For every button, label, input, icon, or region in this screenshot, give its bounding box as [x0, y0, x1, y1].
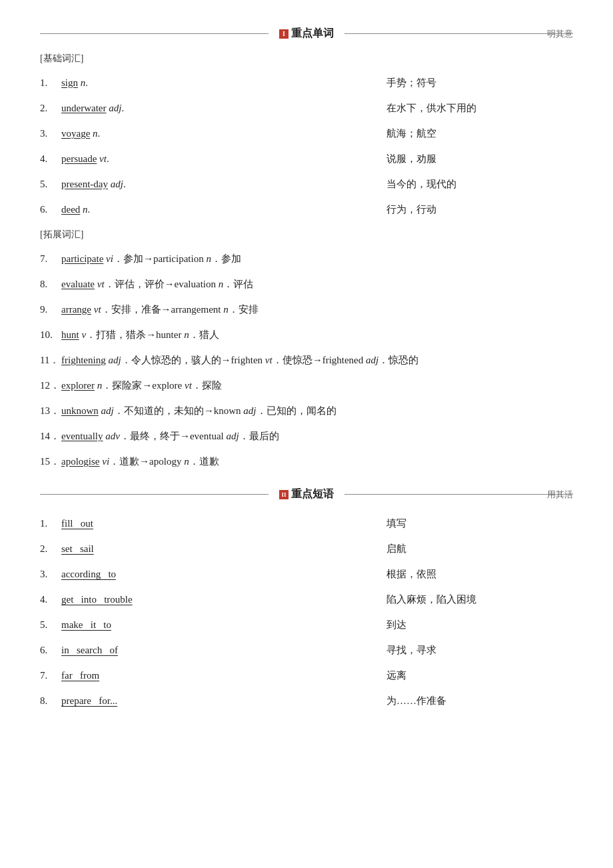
vocab-item-persuade: 4. persuade vt. 说服，劝服: [40, 146, 573, 171]
word-persuade: persuade: [61, 153, 97, 164]
phrase-line-left: [40, 494, 269, 495]
word-unknown: unknown: [61, 405, 99, 416]
word-arrange: arrange: [61, 304, 91, 315]
word-hunt: hunt: [61, 329, 79, 340]
word-deed: deed: [61, 204, 80, 215]
phrase-icon: II: [279, 490, 289, 499]
word-voyage: voyage: [61, 128, 90, 139]
word-explorer: explorer: [61, 380, 95, 391]
word-present-day: present-day: [61, 179, 108, 189]
phrase-item-set-sail: 2. set sail 启航: [40, 536, 573, 561]
phrase-item-according-to: 3. according to 根据，依照: [40, 561, 573, 587]
phrase-item-get-into-trouble: 4. get into trouble 陷入麻烦，陷入困境: [40, 587, 573, 612]
vocab-item-apologise: 15． apologise vi．道歉→apology n．道歉: [40, 449, 573, 474]
phrase-prepare-for: prepare for...: [61, 695, 117, 706]
phrase-item-in-search-of: 6. in search of 寻找，寻求: [40, 637, 573, 663]
vocab-item-arrange: 9. arrange vt．安排，准备→arrangement n．安排: [40, 297, 573, 322]
vocab-item-participate: 7. participate vi．参加→participation n．参加: [40, 246, 573, 271]
word-sign: sign: [61, 77, 78, 88]
word-eventually: eventually: [61, 431, 103, 441]
word-underwater: underwater: [61, 103, 106, 113]
title-line-left: [40, 33, 269, 34]
word-evaluate: evaluate: [61, 279, 95, 289]
vocab-title: I重点单词: [269, 27, 344, 41]
vocab-item-hunt: 10. hunt v．打猎，猎杀→hunter n．猎人: [40, 322, 573, 347]
word-participate: participate: [61, 253, 103, 264]
vocab-item-evaluate: 8. evaluate vt．评估，评价→evaluation n．评估: [40, 271, 573, 297]
vocab-section-title: I重点单词 明其意: [40, 27, 573, 41]
phrase-subtitle: 用其活: [547, 489, 573, 501]
phrase-line-right: [344, 494, 573, 495]
vocab-item-unknown: 13． unknown adj．不知道的，未知的→known adj．已知的，闻…: [40, 398, 573, 423]
vocab-item-present-day: 5. present-day adj. 当今的，现代的: [40, 171, 573, 197]
phrase-section-title: II重点短语 用其活: [40, 487, 573, 501]
phrase-set-sail: set sail: [61, 543, 94, 554]
phrase-list: 1. fill out 填写 2. set sail 启航 3. accordi…: [40, 511, 573, 713]
phrase-item-far-from: 7. far from 远离: [40, 663, 573, 688]
vocab-item-voyage: 3. voyage n. 航海；航空: [40, 121, 573, 146]
phrase-make-it-to: make it to: [61, 619, 111, 630]
word-apologise: apologise: [61, 456, 100, 467]
phrase-fill-out: fill out: [61, 518, 93, 529]
phrase-item-fill-out: 1. fill out 填写: [40, 511, 573, 536]
basic-vocab-list: 1. sign n. 手势；符号 2. underwater adj. 在水下，…: [40, 70, 573, 222]
vocab-subtitle: 明其意: [547, 28, 573, 40]
basic-label: [基础词汇]: [40, 53, 573, 65]
phrase-far-from: far from: [61, 670, 99, 681]
vocab-item-eventually: 14． eventually adv．最终，终于→eventual adj．最后…: [40, 423, 573, 449]
phrase-item-make-it-to: 5. make it to 到达: [40, 612, 573, 637]
phrase-title: II重点短语: [269, 487, 344, 501]
vocab-item-explorer: 12． explorer n．探险家→explore vt．探险: [40, 373, 573, 398]
expand-label: [拓展词汇]: [40, 229, 573, 241]
title-line-right: [344, 33, 573, 34]
vocab-item-underwater: 2. underwater adj. 在水下，供水下用的: [40, 95, 573, 121]
vocab-item-frightening: 11． frightening adj．令人惊恐的，骇人的→frighten v…: [40, 347, 573, 373]
vocab-item-sign: 1. sign n. 手势；符号: [40, 70, 573, 95]
word-frightening: frightening: [61, 355, 106, 365]
phrase-item-prepare-for: 8. prepare for... 为……作准备: [40, 688, 573, 713]
phrase-get-into-trouble: get into trouble: [61, 594, 133, 605]
vocab-icon: I: [279, 29, 289, 39]
phrase-in-search-of: in search of: [61, 645, 118, 655]
expand-vocab-list: 7. participate vi．参加→participation n．参加 …: [40, 246, 573, 474]
vocab-item-deed: 6. deed n. 行为，行动: [40, 197, 573, 222]
phrase-according-to: according to: [61, 569, 116, 579]
